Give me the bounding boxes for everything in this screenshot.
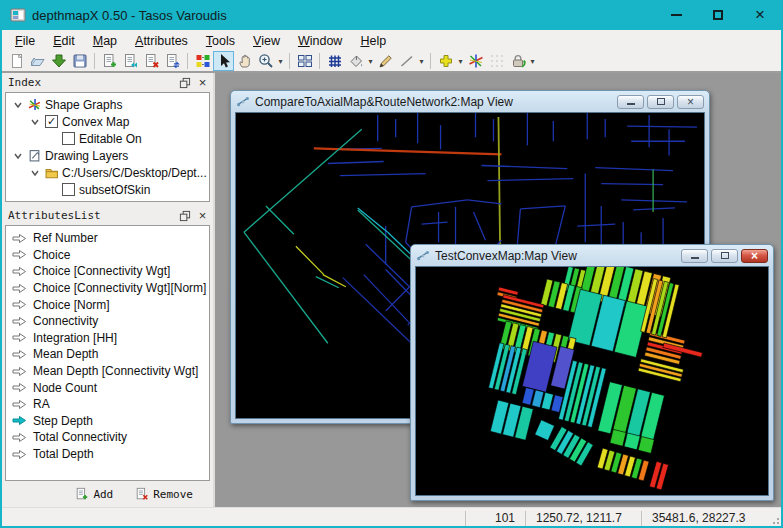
toolbar-separator — [187, 53, 188, 69]
layer-checkbox[interactable] — [62, 132, 75, 145]
import-map-button[interactable] — [120, 51, 141, 71]
menu-tools[interactable]: Tools — [197, 32, 244, 50]
tree-item-c-users-c-desktop-dept-[interactable]: C:/Users/C/Desktop/Dept... — [6, 164, 209, 181]
attribute-label: Mean Depth [Connectivity Wgt] — [33, 364, 198, 378]
child-close-button[interactable]: × — [677, 95, 704, 109]
windows-tile-button[interactable] — [294, 51, 315, 71]
index-float-button[interactable] — [178, 76, 191, 89]
new-file-button[interactable] — [6, 51, 27, 71]
lock-unlock-button[interactable] — [507, 51, 528, 71]
attribute-label: Choice [Norm] — [33, 298, 110, 312]
tree-item-shape-graphs[interactable]: Shape Graphs — [6, 96, 209, 113]
expander-chevron-icon[interactable] — [12, 151, 24, 161]
drawing-layer-icon — [28, 149, 41, 162]
attribute-item-choice-connectivity-wgt-norm-[interactable]: Choice [Connectivity Wgt][Norm] — [6, 280, 209, 297]
menu-file[interactable]: File — [6, 32, 44, 50]
open-file-button[interactable] — [27, 51, 48, 71]
title-bar: depthmapX 0.50 - Tasos Varoudis × — [2, 0, 781, 30]
line-tool-button[interactable] — [396, 51, 417, 71]
fill-bucket-button[interactable] — [345, 51, 366, 71]
attribute-item-integration-hh-[interactable]: Integration [HH] — [6, 330, 209, 347]
tree-item-subsetofskin[interactable]: subsetOfSkin — [6, 181, 209, 198]
index-close-button[interactable]: × — [196, 76, 209, 89]
attribute-item-total-connectivity[interactable]: Total Connectivity — [6, 429, 209, 446]
attributes-float-button[interactable] — [178, 209, 191, 222]
attributes-close-button[interactable]: × — [196, 209, 209, 222]
zoom-dropdown[interactable]: ▾ — [276, 57, 285, 66]
expander-chevron-icon[interactable] — [29, 168, 41, 178]
tree-item-drawing-layers[interactable]: Drawing Layers — [6, 147, 209, 164]
status-map-coords: 35481.6, 28227.3 — [641, 511, 767, 526]
convex-window-titlebar[interactable]: TestConvexMap:Map View × — [415, 245, 769, 266]
child-close-button[interactable]: × — [741, 249, 768, 263]
attribute-item-choice[interactable]: Choice — [6, 247, 209, 264]
minimize-button[interactable] — [655, 0, 697, 30]
resize-grip[interactable] — [767, 511, 781, 526]
convex-map-canvas[interactable] — [415, 266, 769, 496]
map-view-icon — [236, 95, 250, 109]
select-cursor-button[interactable] — [213, 51, 234, 71]
attribute-item-ra[interactable]: RA — [6, 396, 209, 413]
attribute-label: Step Depth — [33, 414, 93, 428]
lock-unlock-dropdown[interactable]: ▾ — [528, 57, 537, 66]
axial-lines-button[interactable] — [465, 51, 486, 71]
attribute-item-step-depth[interactable]: Step Depth — [6, 413, 209, 430]
attribute-item-connectivity[interactable]: Connectivity — [6, 313, 209, 330]
import-button[interactable] — [48, 51, 69, 71]
update-map-button[interactable] — [162, 51, 183, 71]
menu-map[interactable]: Map — [84, 32, 126, 50]
menu-attributes[interactable]: Attributes — [126, 32, 197, 50]
menu-edit[interactable]: Edit — [44, 32, 84, 50]
grid-button[interactable] — [324, 51, 345, 71]
app-window: depthmapX 0.50 - Tasos Varoudis × FileEd… — [0, 0, 783, 528]
pencil-icon — [378, 53, 394, 69]
step-depth-cross-dropdown[interactable]: ▾ — [456, 57, 465, 66]
attribute-label: Choice [Connectivity Wgt] — [33, 264, 170, 278]
expander-chevron-icon[interactable] — [29, 117, 41, 127]
maximize-button[interactable] — [697, 0, 739, 30]
attribute-item-mean-depth[interactable]: Mean Depth — [6, 346, 209, 363]
remove-attribute-button[interactable]: Remove — [135, 487, 193, 501]
tree-item-convex-map[interactable]: ✓Convex Map — [6, 113, 209, 130]
add-attribute-button[interactable]: Add — [75, 487, 113, 501]
child-maximize-button[interactable] — [711, 249, 738, 263]
child-maximize-button[interactable] — [647, 95, 674, 109]
save-button[interactable] — [69, 51, 90, 71]
color-range-button[interactable] — [192, 51, 213, 71]
pan-hand-button[interactable] — [234, 51, 255, 71]
menu-window[interactable]: Window — [289, 32, 351, 50]
attributes-panel-titlebar: AttributesList × — [2, 206, 213, 225]
grid-dots-button[interactable] — [486, 51, 507, 71]
attribute-label: Choice — [33, 248, 70, 262]
menu-view[interactable]: View — [244, 32, 289, 50]
attribute-item-ref-number[interactable]: Ref Number — [6, 230, 209, 247]
lock-unlock-icon — [510, 53, 526, 69]
attribute-label: Ref Number — [33, 231, 98, 245]
step-depth-cross-button[interactable] — [435, 51, 456, 71]
attribute-item-node-count[interactable]: Node Count — [6, 379, 209, 396]
add-map-button[interactable] — [99, 51, 120, 71]
select-cursor-icon — [216, 53, 232, 69]
attribute-item-choice-norm-[interactable]: Choice [Norm] — [6, 296, 209, 313]
attribute-arrow-icon — [12, 249, 27, 260]
attribute-item-total-depth[interactable]: Total Depth — [6, 446, 209, 463]
child-minimize-button[interactable] — [681, 249, 708, 263]
attribute-item-choice-connectivity-wgt-[interactable]: Choice [Connectivity Wgt] — [6, 263, 209, 280]
close-button[interactable]: × — [739, 0, 781, 30]
zoom-button[interactable] — [255, 51, 276, 71]
pencil-button[interactable] — [375, 51, 396, 71]
attribute-arrow-icon — [12, 432, 27, 443]
mdi-area: CompareToAxialMap&RouteNetwork2:Map View… — [215, 73, 781, 507]
delete-map-button[interactable] — [141, 51, 162, 71]
child-minimize-button[interactable] — [617, 95, 644, 109]
axial-window-titlebar[interactable]: CompareToAxialMap&RouteNetwork2:Map View… — [235, 91, 705, 112]
menu-help[interactable]: Help — [351, 32, 395, 50]
fill-bucket-dropdown[interactable]: ▾ — [366, 57, 375, 66]
line-tool-dropdown[interactable]: ▾ — [417, 57, 426, 66]
layer-checkbox[interactable] — [62, 183, 75, 196]
attribute-item-mean-depth-connectivity-wgt-[interactable]: Mean Depth [Connectivity Wgt] — [6, 363, 209, 380]
layer-checkbox[interactable]: ✓ — [45, 115, 58, 128]
attribute-label: Integration [HH] — [33, 331, 117, 345]
expander-chevron-icon[interactable] — [12, 100, 24, 110]
tree-item-editable-on[interactable]: Editable On — [6, 130, 209, 147]
